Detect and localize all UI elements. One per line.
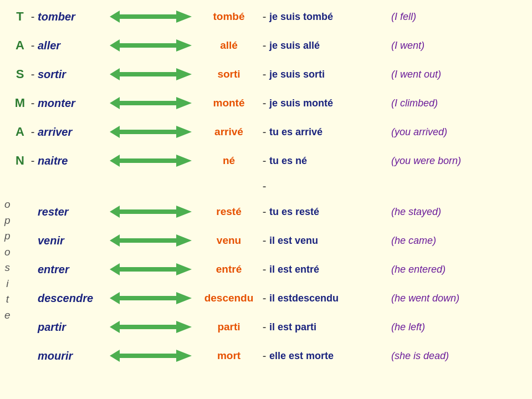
example-label: il est parti xyxy=(269,321,386,333)
arrow-body xyxy=(120,130,176,134)
verb-label: descendre xyxy=(38,292,110,305)
arrow-container xyxy=(110,234,198,247)
example-label: il est venu xyxy=(269,235,386,247)
row-dash2: - xyxy=(259,126,269,139)
arrow-container xyxy=(110,292,198,304)
arrow-container xyxy=(110,321,198,333)
row-dash2: - xyxy=(259,68,269,81)
participle-label: né xyxy=(198,155,259,167)
row-letter: A xyxy=(12,38,28,53)
row-dash: - xyxy=(28,39,38,52)
arrow-right-head xyxy=(176,292,192,304)
row-dash2: - xyxy=(259,97,269,110)
table-row: descendre descendu - il estdescendu (he … xyxy=(12,284,532,313)
empty-dash: - xyxy=(259,180,269,193)
arrow-left-head xyxy=(110,39,120,52)
verb-label: aller xyxy=(38,39,110,52)
table-row: rester resté - tu es resté (he stayed) xyxy=(12,197,532,226)
example-label: tu es resté xyxy=(269,206,386,218)
row-letter: T xyxy=(12,9,28,24)
translation-label: (he went down) xyxy=(386,293,532,304)
verb-label: entrer xyxy=(38,263,110,276)
arrow-left-head xyxy=(110,206,120,218)
arrow-left-head xyxy=(110,155,120,167)
example-label: tu es né xyxy=(269,155,386,167)
translation-label: (I went) xyxy=(386,40,532,52)
verb-label: monter xyxy=(38,97,110,110)
verb-label: venir xyxy=(38,234,110,247)
arrow-right-head xyxy=(176,263,192,275)
double-arrow xyxy=(110,206,192,218)
arrow-body xyxy=(120,101,176,105)
row-letter: M xyxy=(12,96,28,110)
translation-label: (he came) xyxy=(386,235,532,247)
arrow-right-head xyxy=(176,126,192,138)
table-row: T - tomber tombé - je suis tombé (I fell… xyxy=(12,2,532,31)
example-label: je suis allé xyxy=(269,40,386,52)
table-row: mourir mort - elle est morte (she is dea… xyxy=(12,341,532,370)
double-arrow xyxy=(110,321,192,333)
arrow-left-head xyxy=(110,234,120,247)
arrow-left-head xyxy=(110,97,120,109)
arrow-container xyxy=(110,39,198,52)
table-row: M - monter monté - je suis monté (I clim… xyxy=(12,89,532,117)
double-arrow xyxy=(110,97,192,109)
table-row: entrer entré - il est entré (he entered) xyxy=(12,255,532,284)
participle-label: mort xyxy=(198,350,259,362)
arrow-left-head xyxy=(110,68,120,80)
translation-label: (you arrived) xyxy=(386,126,532,138)
arrow-body xyxy=(120,72,176,76)
participle-label: resté xyxy=(198,206,259,218)
translation-label: (he entered) xyxy=(386,264,532,275)
row-dash2: - xyxy=(259,155,269,167)
arrow-right-head xyxy=(176,155,192,167)
arrow-right-head xyxy=(176,206,192,218)
verb-label: sortir xyxy=(38,68,110,81)
example-label: il est entré xyxy=(269,264,386,275)
empty-row: - xyxy=(12,175,532,197)
opposite-label: o p p o s i t e xyxy=(4,197,11,323)
translation-label: (you were born) xyxy=(386,155,532,167)
arrow-right-head xyxy=(176,11,192,23)
verb-label: arriver xyxy=(38,126,110,139)
translation-label: (I climbed) xyxy=(386,98,532,109)
arrow-right-head xyxy=(176,234,192,247)
double-arrow xyxy=(110,350,192,362)
arrow-body xyxy=(120,325,176,329)
table-row: A - aller allé - je suis allé (I went) xyxy=(12,31,532,60)
arrow-container xyxy=(110,97,198,109)
example-label: je suis sorti xyxy=(269,69,386,80)
participle-label: monté xyxy=(198,97,259,109)
participle-label: venu xyxy=(198,234,259,247)
double-arrow xyxy=(110,263,192,275)
row-dash2: - xyxy=(259,39,269,52)
arrow-left-head xyxy=(110,11,120,23)
arrow-right-head xyxy=(176,39,192,52)
verb-label: naitre xyxy=(38,155,110,167)
participle-label: parti xyxy=(198,321,259,333)
row-dash: - xyxy=(28,155,38,167)
table-row: A - arriver arrivé - tu es arrivé (you a… xyxy=(12,117,532,146)
arrow-left-head xyxy=(110,126,120,138)
arrow-right-head xyxy=(176,68,192,80)
arrow-container xyxy=(110,206,198,218)
arrow-right-head xyxy=(176,321,192,333)
table-row: S - sortir sorti - je suis sorti (I went… xyxy=(12,60,532,89)
verb-label: rester xyxy=(38,206,110,218)
row-letter: N xyxy=(12,154,28,168)
table-row: partir parti - il est parti (he left) xyxy=(12,313,532,341)
arrow-right-head xyxy=(176,97,192,109)
participle-label: descendu xyxy=(198,292,259,304)
arrow-body xyxy=(120,14,176,19)
example-label: je suis tombé xyxy=(269,11,386,23)
arrow-container xyxy=(110,11,198,23)
participle-label: arrivé xyxy=(198,126,259,138)
arrow-body xyxy=(120,238,176,243)
arrow-body xyxy=(120,296,176,300)
arrow-right-head xyxy=(176,350,192,362)
verb-label: partir xyxy=(38,321,110,334)
arrow-body xyxy=(120,43,176,48)
translation-label: (I fell) xyxy=(386,11,532,23)
arrow-left-head xyxy=(110,292,120,304)
participle-label: allé xyxy=(198,39,259,52)
